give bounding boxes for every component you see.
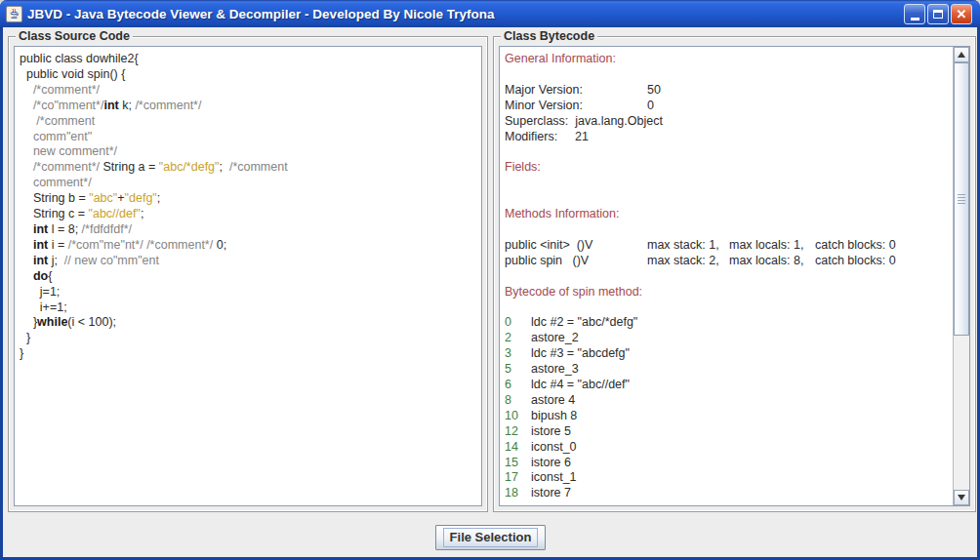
text-line: /*comment*/ String a = "abc/*defg"; /*co… — [20, 160, 477, 176]
arrow-up-icon — [958, 52, 965, 58]
content-area: Class Source Code public class dowhile2{… — [3, 27, 977, 557]
maximize-icon — [933, 10, 943, 19]
text-line: /*comment — [20, 114, 477, 130]
window-controls: ✕ — [904, 4, 972, 24]
text-line: public void spin() { — [20, 67, 477, 83]
text-line: int i = /*com"me"nt*/ /*comment*/ 0; — [20, 238, 477, 254]
text-line — [505, 191, 949, 207]
scrollbar-thumb[interactable] — [954, 62, 969, 336]
source-panel: Class Source Code public class dowhile2{… — [8, 36, 488, 512]
source-code: public class dowhile2{ public void spin(… — [15, 47, 481, 505]
text-line: /*co"mment*/int k; /*comment*/ — [20, 99, 477, 114]
text-line: public spin ()Vmax stack: 2,max locals: … — [505, 254, 949, 269]
text-line: Major Version:50 — [505, 83, 949, 99]
close-icon: ✕ — [957, 8, 967, 20]
text-line: 17iconst_1 — [505, 470, 949, 486]
text-line: } — [20, 346, 477, 362]
scroll-up-button[interactable] — [954, 47, 969, 62]
text-line: Modifiers:21 — [505, 130, 949, 145]
java-icon — [6, 6, 22, 22]
file-selection-button[interactable]: File Selection — [435, 525, 546, 550]
text-line: public class dowhile2{ — [20, 52, 477, 67]
window-title: JBVD - Java Bytecode Viewer & Decompiler… — [27, 7, 904, 21]
bytecode-text-area[interactable]: General Information: Major Version:50Min… — [499, 46, 970, 506]
text-line — [505, 144, 949, 160]
text-line: i+=1; — [20, 300, 477, 316]
minimize-icon — [911, 18, 919, 20]
text-line: 3ldc #3 = "abcdefg" — [505, 346, 949, 362]
text-line: String b = "abc"+"defg"; — [20, 191, 477, 207]
text-line: 15istore 6 — [505, 456, 949, 471]
text-line: 18istore 7 — [505, 486, 949, 501]
source-panel-title: Class Source Code — [16, 29, 133, 44]
text-line: Methods Information: — [505, 207, 949, 222]
close-button[interactable]: ✕ — [951, 4, 972, 24]
app-window: JBVD - Java Bytecode Viewer & Decompiler… — [0, 0, 980, 560]
text-line: } — [20, 331, 477, 346]
text-line: 10bipush 8 — [505, 409, 949, 424]
bytecode-panel: Class Bytecode General Information: Majo… — [493, 36, 976, 512]
text-line: int j; // new co"mm"ent — [20, 254, 477, 269]
text-line: 5astore_3 — [505, 362, 949, 378]
vertical-scrollbar[interactable] — [953, 47, 969, 505]
minimize-button[interactable] — [904, 4, 925, 24]
maximize-button[interactable] — [927, 4, 949, 24]
text-line — [505, 222, 949, 238]
text-line: 8astore 4 — [505, 393, 949, 409]
scrollbar-track[interactable] — [954, 62, 969, 490]
bytecode-text: General Information: Major Version:50Min… — [500, 47, 953, 505]
text-line: 12istore 5 — [505, 424, 949, 440]
text-line: /*comment*/ — [20, 83, 477, 99]
text-line: 0ldc #2 = "abc/*defg" — [505, 315, 949, 331]
source-text-area[interactable]: public class dowhile2{ public void spin(… — [14, 46, 482, 506]
text-line: Bytecode of spin method: — [505, 285, 949, 300]
bytecode-panel-title: Class Bytecode — [501, 29, 597, 44]
text-line: String c = "abc//def"; — [20, 207, 477, 222]
text-line: comm"ent" — [20, 130, 477, 145]
text-line: do{ — [20, 269, 477, 285]
text-line: Fields: — [505, 160, 949, 176]
arrow-down-icon — [958, 495, 965, 500]
title-bar[interactable]: JBVD - Java Bytecode Viewer & Decompiler… — [0, 0, 980, 27]
text-line — [505, 300, 949, 316]
text-line — [505, 67, 949, 83]
text-line — [505, 269, 949, 285]
text-line: int l = 8; /*fdfdfdf*/ — [20, 222, 477, 238]
file-selection-label: File Selection — [443, 528, 539, 547]
text-line: public <init> ()Vmax stack: 1,max locals… — [505, 238, 949, 254]
text-line: }while(i < 100); — [20, 315, 477, 331]
text-line — [505, 176, 949, 191]
scrollbar-grip — [958, 194, 965, 204]
text-line: new comment*/ — [20, 144, 477, 160]
text-line: j=1; — [20, 285, 477, 300]
text-line: 2astore_2 — [505, 331, 949, 346]
text-line: General Information: — [505, 52, 949, 67]
text-line: 14iconst_0 — [505, 440, 949, 456]
text-line: Minor Version:0 — [505, 99, 949, 114]
text-line: 6ldc #4 = "abc//def" — [505, 378, 949, 393]
scroll-down-button[interactable] — [954, 490, 969, 505]
text-line: Superclass: java.lang.Object — [505, 114, 949, 130]
text-line: comment*/ — [20, 176, 477, 191]
